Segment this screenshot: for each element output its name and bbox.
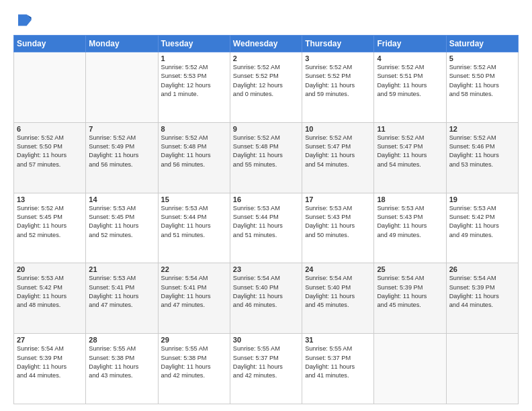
day-info: Sunrise: 5:55 AM Sunset: 5:37 PM Dayligh… xyxy=(233,345,299,380)
calendar-day-cell: 29Sunrise: 5:55 AM Sunset: 5:38 PM Dayli… xyxy=(158,334,230,404)
calendar-day-cell: 18Sunrise: 5:53 AM Sunset: 5:43 PM Dayli… xyxy=(374,193,446,263)
day-info: Sunrise: 5:53 AM Sunset: 5:45 PM Dayligh… xyxy=(89,204,154,240)
day-info: Sunrise: 5:52 AM Sunset: 5:53 PM Dayligh… xyxy=(161,63,227,99)
calendar-day-cell: 2Sunrise: 5:52 AM Sunset: 5:52 PM Daylig… xyxy=(230,52,302,123)
day-number: 1 xyxy=(161,54,227,62)
day-number: 16 xyxy=(233,195,299,203)
day-info: Sunrise: 5:53 AM Sunset: 5:44 PM Dayligh… xyxy=(161,204,227,240)
day-info: Sunrise: 5:53 AM Sunset: 5:41 PM Dayligh… xyxy=(89,274,154,310)
day-number: 17 xyxy=(305,195,371,203)
day-number: 25 xyxy=(377,265,443,273)
day-info: Sunrise: 5:55 AM Sunset: 5:38 PM Dayligh… xyxy=(89,345,154,380)
day-info: Sunrise: 5:54 AM Sunset: 5:40 PM Dayligh… xyxy=(305,274,371,310)
calendar-day-cell: 9Sunrise: 5:52 AM Sunset: 5:48 PM Daylig… xyxy=(230,122,302,193)
calendar-day-cell: 3Sunrise: 5:52 AM Sunset: 5:52 PM Daylig… xyxy=(302,52,374,123)
day-number: 5 xyxy=(449,54,515,62)
day-info: Sunrise: 5:54 AM Sunset: 5:41 PM Dayligh… xyxy=(161,274,227,310)
calendar-day-cell: 24Sunrise: 5:54 AM Sunset: 5:40 PM Dayli… xyxy=(302,263,374,334)
calendar-day-cell: 10Sunrise: 5:52 AM Sunset: 5:47 PM Dayli… xyxy=(302,122,374,193)
day-info: Sunrise: 5:55 AM Sunset: 5:37 PM Dayligh… xyxy=(305,345,371,380)
calendar-day-cell: 25Sunrise: 5:54 AM Sunset: 5:39 PM Dayli… xyxy=(374,263,446,334)
logo xyxy=(13,11,35,30)
day-info: Sunrise: 5:52 AM Sunset: 5:45 PM Dayligh… xyxy=(17,204,83,240)
day-info: Sunrise: 5:52 AM Sunset: 5:52 PM Dayligh… xyxy=(233,63,299,99)
day-number: 22 xyxy=(161,265,227,273)
day-number: 3 xyxy=(305,54,371,62)
day-info: Sunrise: 5:52 AM Sunset: 5:51 PM Dayligh… xyxy=(377,63,443,99)
calendar-day-cell: 7Sunrise: 5:52 AM Sunset: 5:49 PM Daylig… xyxy=(86,122,158,193)
logo-icon xyxy=(13,11,32,30)
calendar-week-row: 13Sunrise: 5:52 AM Sunset: 5:45 PM Dayli… xyxy=(14,193,519,263)
calendar-day-cell: 5Sunrise: 5:52 AM Sunset: 5:50 PM Daylig… xyxy=(446,52,518,123)
day-info: Sunrise: 5:53 AM Sunset: 5:43 PM Dayligh… xyxy=(305,204,371,240)
day-info: Sunrise: 5:52 AM Sunset: 5:47 PM Dayligh… xyxy=(377,134,443,169)
day-info: Sunrise: 5:52 AM Sunset: 5:48 PM Dayligh… xyxy=(233,134,299,169)
calendar-day-cell xyxy=(374,334,446,404)
day-info: Sunrise: 5:53 AM Sunset: 5:43 PM Dayligh… xyxy=(377,204,443,240)
day-info: Sunrise: 5:52 AM Sunset: 5:47 PM Dayligh… xyxy=(305,134,371,169)
day-number: 14 xyxy=(89,195,154,203)
day-number: 23 xyxy=(233,265,299,273)
calendar-day-cell: 20Sunrise: 5:53 AM Sunset: 5:42 PM Dayli… xyxy=(14,263,86,334)
day-info: Sunrise: 5:52 AM Sunset: 5:50 PM Dayligh… xyxy=(449,63,515,99)
calendar-day-cell: 8Sunrise: 5:52 AM Sunset: 5:48 PM Daylig… xyxy=(158,122,230,193)
day-info: Sunrise: 5:54 AM Sunset: 5:40 PM Dayligh… xyxy=(233,274,299,310)
calendar-day-cell: 31Sunrise: 5:55 AM Sunset: 5:37 PM Dayli… xyxy=(302,334,374,404)
day-info: Sunrise: 5:52 AM Sunset: 5:52 PM Dayligh… xyxy=(305,63,371,99)
day-number: 21 xyxy=(89,265,154,273)
calendar-day-cell: 14Sunrise: 5:53 AM Sunset: 5:45 PM Dayli… xyxy=(86,193,158,263)
day-info: Sunrise: 5:54 AM Sunset: 5:39 PM Dayligh… xyxy=(377,274,443,310)
day-number: 29 xyxy=(161,336,227,344)
day-number: 12 xyxy=(449,125,515,133)
calendar-week-row: 1Sunrise: 5:52 AM Sunset: 5:53 PM Daylig… xyxy=(14,52,519,123)
day-info: Sunrise: 5:52 AM Sunset: 5:49 PM Dayligh… xyxy=(89,134,154,169)
calendar-week-row: 27Sunrise: 5:54 AM Sunset: 5:39 PM Dayli… xyxy=(14,334,519,404)
calendar-day-cell xyxy=(86,52,158,123)
day-number: 13 xyxy=(17,195,83,203)
calendar-table: SundayMondayTuesdayWednesdayThursdayFrid… xyxy=(13,35,519,404)
weekday-header: Thursday xyxy=(302,36,374,52)
day-number: 8 xyxy=(161,125,227,133)
day-number: 11 xyxy=(377,125,443,133)
calendar-week-row: 20Sunrise: 5:53 AM Sunset: 5:42 PM Dayli… xyxy=(14,263,519,334)
day-number: 6 xyxy=(17,125,83,133)
page: SundayMondayTuesdayWednesdayThursdayFrid… xyxy=(0,0,532,411)
day-number: 7 xyxy=(89,125,154,133)
calendar-day-cell: 26Sunrise: 5:54 AM Sunset: 5:39 PM Dayli… xyxy=(446,263,518,334)
calendar-day-cell: 11Sunrise: 5:52 AM Sunset: 5:47 PM Dayli… xyxy=(374,122,446,193)
calendar-day-cell xyxy=(14,52,86,123)
day-number: 2 xyxy=(233,54,299,62)
day-number: 19 xyxy=(449,195,515,203)
day-number: 30 xyxy=(233,336,299,344)
day-number: 15 xyxy=(161,195,227,203)
calendar-day-cell: 19Sunrise: 5:53 AM Sunset: 5:42 PM Dayli… xyxy=(446,193,518,263)
day-number: 18 xyxy=(377,195,443,203)
calendar-day-cell: 21Sunrise: 5:53 AM Sunset: 5:41 PM Dayli… xyxy=(86,263,158,334)
day-number: 28 xyxy=(89,336,154,344)
weekday-header: Tuesday xyxy=(158,36,230,52)
calendar-day-cell: 27Sunrise: 5:54 AM Sunset: 5:39 PM Dayli… xyxy=(14,334,86,404)
day-number: 4 xyxy=(377,54,443,62)
day-number: 31 xyxy=(305,336,371,344)
day-info: Sunrise: 5:55 AM Sunset: 5:38 PM Dayligh… xyxy=(161,345,227,380)
calendar-day-cell: 28Sunrise: 5:55 AM Sunset: 5:38 PM Dayli… xyxy=(86,334,158,404)
day-number: 20 xyxy=(17,265,83,273)
calendar-day-cell: 16Sunrise: 5:53 AM Sunset: 5:44 PM Dayli… xyxy=(230,193,302,263)
day-number: 26 xyxy=(449,265,515,273)
day-number: 9 xyxy=(233,125,299,133)
weekday-header: Monday xyxy=(86,36,158,52)
day-info: Sunrise: 5:52 AM Sunset: 5:50 PM Dayligh… xyxy=(17,134,83,169)
weekday-header: Sunday xyxy=(14,36,86,52)
day-info: Sunrise: 5:54 AM Sunset: 5:39 PM Dayligh… xyxy=(17,345,83,380)
day-number: 10 xyxy=(305,125,371,133)
header xyxy=(13,11,519,30)
calendar-day-cell: 17Sunrise: 5:53 AM Sunset: 5:43 PM Dayli… xyxy=(302,193,374,263)
day-number: 24 xyxy=(305,265,371,273)
day-number: 27 xyxy=(17,336,83,344)
weekday-header: Wednesday xyxy=(230,36,302,52)
day-info: Sunrise: 5:54 AM Sunset: 5:39 PM Dayligh… xyxy=(449,274,515,310)
day-info: Sunrise: 5:52 AM Sunset: 5:46 PM Dayligh… xyxy=(449,134,515,169)
calendar-day-cell: 15Sunrise: 5:53 AM Sunset: 5:44 PM Dayli… xyxy=(158,193,230,263)
calendar-day-cell: 1Sunrise: 5:52 AM Sunset: 5:53 PM Daylig… xyxy=(158,52,230,123)
weekday-header: Saturday xyxy=(446,36,518,52)
